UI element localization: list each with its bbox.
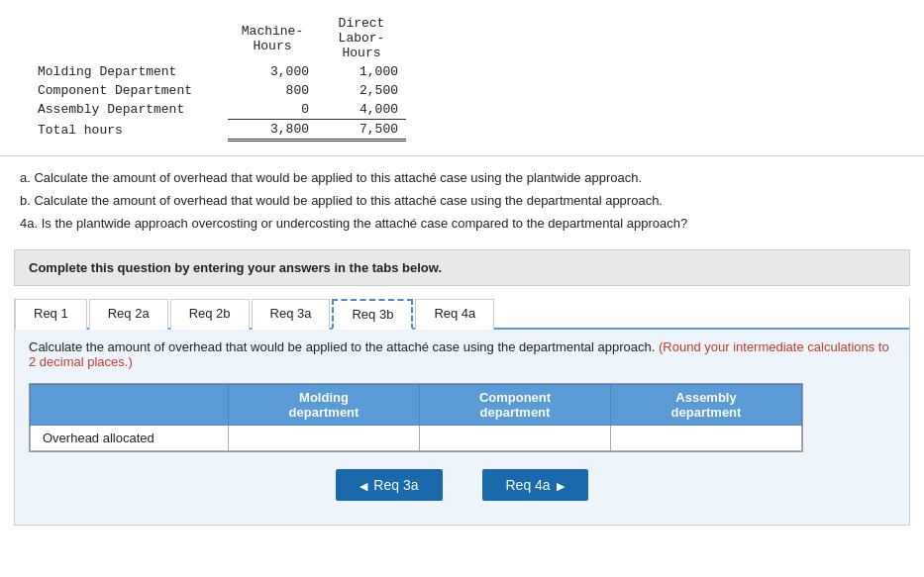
tab-req2b-label: Req 2b <box>189 306 231 321</box>
row2-col2: 2,500 <box>359 83 398 98</box>
row1-label: Molding Department <box>38 64 176 79</box>
tab-req3a-label: Req 3a <box>270 306 312 321</box>
col2-header-line1: Direct <box>339 16 385 31</box>
complete-box-text: Complete this question by entering your … <box>29 260 442 275</box>
table-row: Component Department 800 2,500 <box>30 81 406 100</box>
col1-header-line1: Machine- <box>242 24 303 39</box>
header-empty <box>31 385 229 426</box>
row2-label: Component Department <box>38 83 192 98</box>
tab-req3a[interactable]: Req 3a <box>252 299 331 330</box>
component-input-cell[interactable] <box>420 426 611 451</box>
total-col2: 7,500 <box>359 122 398 137</box>
questions-section: a. Calculate the amount of overhead that… <box>0 156 924 249</box>
dept-table: Machine- Hours Direct Labor- Hours Moldi… <box>30 14 406 142</box>
top-table-section: Machine- Hours Direct Labor- Hours Moldi… <box>0 0 924 156</box>
tab-content: Calculate the amount of overhead that wo… <box>15 330 909 525</box>
row1-col1: 3,000 <box>270 64 309 79</box>
prev-button[interactable]: Req 3a <box>336 469 442 501</box>
row3-col2: 4,000 <box>359 102 398 117</box>
tab-req3b-label: Req 3b <box>352 307 393 322</box>
tab-req2a[interactable]: Req 2a <box>89 299 168 330</box>
col1-header-line2: Hours <box>253 39 291 53</box>
tab-req1[interactable]: Req 1 <box>15 299 87 330</box>
header-component: Component department <box>420 385 611 426</box>
question-c: 4a. Is the plantwide approach overcostin… <box>20 214 904 235</box>
molding-input-cell[interactable] <box>229 426 420 451</box>
tab-req4a-label: Req 4a <box>434 306 475 321</box>
col2-header-line2: Labor- <box>339 31 385 46</box>
tabs-section: Req 1 Req 2a Req 2b Req 3a Req 3b Req 4a… <box>14 298 910 526</box>
tabs-row: Req 1 Req 2a Req 2b Req 3a Req 3b Req 4a <box>15 298 909 330</box>
prev-button-label: Req 3a <box>373 477 418 493</box>
row3-label: Assembly Department <box>38 102 184 117</box>
overhead-table: Molding department Component department … <box>30 384 802 451</box>
header-assembly: Assembly department <box>611 385 802 426</box>
next-button[interactable]: Req 4a <box>482 469 588 501</box>
table-row: Assembly Department 0 4,000 <box>30 100 406 120</box>
next-arrow-icon <box>557 477 565 493</box>
tab-req4a[interactable]: Req 4a <box>415 299 494 330</box>
row-label: Overhead allocated <box>31 426 229 451</box>
total-col1: 3,800 <box>270 122 309 137</box>
question-b: b. Calculate the amount of overhead that… <box>20 191 904 212</box>
next-button-label: Req 4a <box>506 477 551 493</box>
overhead-row: Overhead allocated <box>31 426 802 451</box>
row3-col1: 0 <box>301 102 309 117</box>
total-label: Total hours <box>38 123 123 138</box>
question-a: a. Calculate the amount of overhead that… <box>20 168 904 189</box>
tab-req2a-label: Req 2a <box>108 306 150 321</box>
assembly-input-cell[interactable] <box>611 426 802 451</box>
tab-req3b[interactable]: Req 3b <box>332 299 413 330</box>
table-header-row: Molding department Component department … <box>31 385 802 426</box>
molding-input[interactable] <box>241 431 407 445</box>
total-row: Total hours 3,800 7,500 <box>30 120 406 141</box>
row2-col1: 800 <box>286 83 309 98</box>
instruction-main: Calculate the amount of overhead that wo… <box>29 339 895 369</box>
prev-arrow-icon <box>359 477 367 493</box>
header-molding: Molding department <box>229 385 420 426</box>
nav-buttons: Req 3a Req 4a <box>29 469 895 511</box>
row1-col2: 1,000 <box>359 64 398 79</box>
component-input[interactable] <box>432 431 598 445</box>
table-row: Molding Department 3,000 1,000 <box>30 62 406 81</box>
col2-header-line3: Hours <box>342 46 380 60</box>
data-table-wrapper: Molding department Component department … <box>29 383 803 452</box>
tab-req2b[interactable]: Req 2b <box>170 299 250 330</box>
complete-box: Complete this question by entering your … <box>14 249 910 286</box>
tab-req1-label: Req 1 <box>34 306 68 321</box>
assembly-input[interactable] <box>623 431 789 445</box>
